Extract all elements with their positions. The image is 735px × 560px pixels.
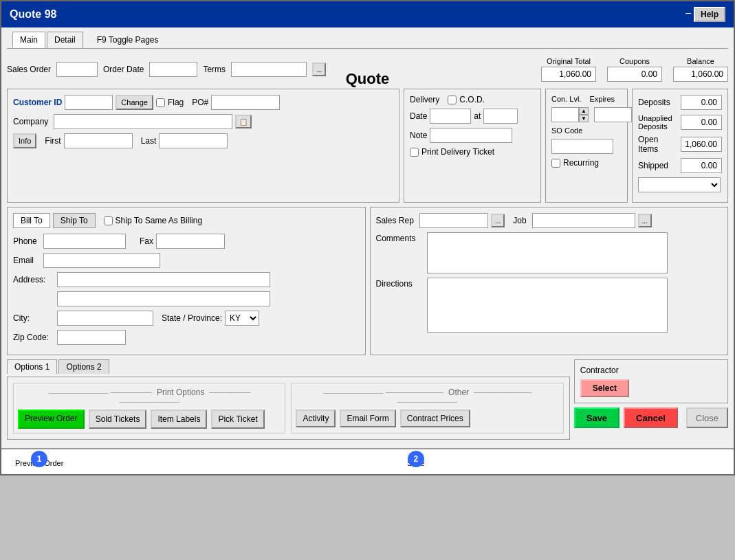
options2-tab[interactable]: Options 2 <box>58 359 109 374</box>
address2-input[interactable] <box>57 291 270 306</box>
contractor-section: Contractor Select <box>574 359 728 403</box>
delivery-date-input[interactable]: / / <box>430 109 471 124</box>
other-legend: ——————— Other ——————— <box>296 388 558 405</box>
tooltip2-circle: 2 <box>408 451 424 467</box>
ship-same-checkbox[interactable] <box>104 216 113 225</box>
tab-detail[interactable]: Detail <box>47 32 83 48</box>
print-options-label: Print Options <box>157 388 204 397</box>
other-options-group: ——————— Other ——————— Activity Email For… <box>291 383 563 434</box>
sales-rep-input[interactable]: Betsy <box>419 213 488 228</box>
state-label: State / Province: <box>162 313 222 323</box>
con-lvl-input[interactable]: 0 <box>551 107 579 122</box>
cod-text: C.O.D. <box>459 95 485 104</box>
options-tabs: Options 1 Options 2 <box>7 359 570 374</box>
contractor-select-button[interactable]: Select <box>580 379 629 397</box>
expires-label: Expires <box>589 95 615 103</box>
change-button[interactable]: Change <box>116 95 153 110</box>
recurring-label[interactable]: Recurring <box>551 158 599 168</box>
help-button[interactable]: Help <box>694 7 725 22</box>
at-label: at <box>474 111 481 121</box>
print-delivery-checkbox[interactable] <box>410 148 419 157</box>
directions-textarea[interactable] <box>427 278 668 333</box>
recurring-row: Recurring <box>551 158 622 168</box>
zip-input[interactable]: 42431- <box>57 330 126 345</box>
customer-section: Customer ID SQU001 Change Flag PO# Compa… <box>7 89 399 203</box>
cancel-button[interactable]: Cancel <box>624 407 678 428</box>
so-code-input[interactable] <box>551 139 613 154</box>
po-label: PO# <box>192 98 208 107</box>
expires-input[interactable]: / / <box>594 107 632 122</box>
activity-button[interactable]: Activity <box>296 410 336 427</box>
print-buttons: Preview Order Sold Tickets Item Labels P… <box>18 410 281 429</box>
right-info-section: Deposits 0.00 Unapplied Deposits 0.00 Op… <box>632 89 728 203</box>
cod-label[interactable]: C.O.D. <box>448 95 485 104</box>
tab-main[interactable]: Main <box>12 32 45 48</box>
info-button[interactable]: Info <box>13 133 36 148</box>
spinner-up[interactable]: ▲ <box>579 107 589 115</box>
flag-checkbox-label[interactable]: Flag <box>156 98 184 107</box>
fax-input[interactable]: ( ) - <box>156 234 225 249</box>
contractor-label: Contractor <box>580 366 722 375</box>
coupons-label: Coupons <box>619 57 650 65</box>
delivery-date-row: Date / / at <box>410 109 535 124</box>
city-input[interactable]: Madisonville <box>57 311 153 326</box>
print-delivery-label[interactable]: Print Delivery Ticket <box>410 147 494 157</box>
email-form-button[interactable]: Email Form <box>340 410 395 427</box>
last-input[interactable]: Squier <box>159 133 228 148</box>
options1-tab[interactable]: Options 1 <box>7 359 57 374</box>
recurring-checkbox[interactable] <box>551 159 560 168</box>
tab-bar: Main Detail F9 Toggle Pages <box>7 27 728 49</box>
spinner-down[interactable]: ▼ <box>579 115 589 122</box>
action-buttons: Save Cancel Close <box>574 407 728 428</box>
job-input[interactable]: Kermit's Aquascapes <box>532 213 635 228</box>
tooltip1: 1 Preview Order <box>15 456 63 467</box>
toggle-pages-button[interactable]: F9 Toggle Pages <box>91 32 164 48</box>
unapplied-row: Unapplied Deposits 0.00 <box>638 114 722 131</box>
fax-label: Fax <box>140 236 153 246</box>
con-lvl-row: Con. Lvl. Expires <box>551 95 622 103</box>
address1-input[interactable]: 45 W Center St <box>57 272 270 287</box>
ship-same-label[interactable]: Ship To Same As Billing <box>104 216 203 225</box>
job-ellipsis[interactable]: ... <box>638 214 652 227</box>
email-input[interactable]: fairway@gmail.com <box>43 253 160 268</box>
preview-order-button[interactable]: Preview Order <box>18 410 85 429</box>
phone-input[interactable]: (270) 585-2585 <box>43 234 126 249</box>
bill-to-tab[interactable]: Bill To <box>13 213 50 228</box>
first-input[interactable]: Billy <box>64 133 133 148</box>
item-labels-button[interactable]: Item Labels <box>151 410 207 429</box>
po-input[interactable] <box>211 95 280 110</box>
save-button[interactable]: Save <box>574 407 619 428</box>
note-input[interactable] <box>430 128 512 143</box>
customer-id-label: Customer ID <box>13 98 62 107</box>
company-input[interactable]: Fairway Landscaping <box>54 114 232 129</box>
title-controls: – Help <box>685 7 725 22</box>
comments-textarea[interactable] <box>427 232 668 273</box>
options-groups: ————— Print Options ————— Preview Order … <box>13 383 564 434</box>
last-label: Last <box>141 136 157 146</box>
minimize-icon[interactable]: – <box>685 7 691 22</box>
ship-to-tab[interactable]: Ship To <box>53 213 96 228</box>
sold-tickets-button[interactable]: Sold Tickets <box>89 410 147 429</box>
contract-prices-button[interactable]: Contract Prices <box>400 410 470 427</box>
customer-id-input[interactable]: SQU001 <box>65 95 113 110</box>
comments-row: Comments <box>376 232 723 273</box>
status-dropdown[interactable] <box>638 177 721 192</box>
pick-ticket-button[interactable]: Pick Ticket <box>211 410 264 429</box>
main-content: Sales Order 98 Order Date 06/12/24 Terms… <box>1 49 734 448</box>
state-select[interactable]: KY <box>225 311 259 326</box>
address1-row: Address: 45 W Center St <box>13 272 360 287</box>
zip-label: Zip Code: <box>13 333 54 342</box>
flag-checkbox[interactable] <box>156 98 165 107</box>
customer-id-row: Customer ID SQU001 Change Flag PO# <box>13 95 393 110</box>
close-button[interactable]: Close <box>686 407 728 428</box>
cod-checkbox[interactable] <box>448 96 457 104</box>
delivery-at-input[interactable] <box>483 109 518 124</box>
sales-rep-ellipsis[interactable]: ... <box>491 214 505 227</box>
shipped-value: 0.00 <box>681 158 722 173</box>
con-lvl-label: Con. Lvl. <box>551 95 581 103</box>
sales-rep-label: Sales Rep <box>376 216 414 225</box>
shipped-row: Shipped 0.00 <box>638 158 722 173</box>
footer-area: 1 Preview Order 2 Save <box>1 448 734 474</box>
copy-button[interactable]: 📋 <box>235 115 252 128</box>
open-items-label: Open Items <box>638 135 678 154</box>
